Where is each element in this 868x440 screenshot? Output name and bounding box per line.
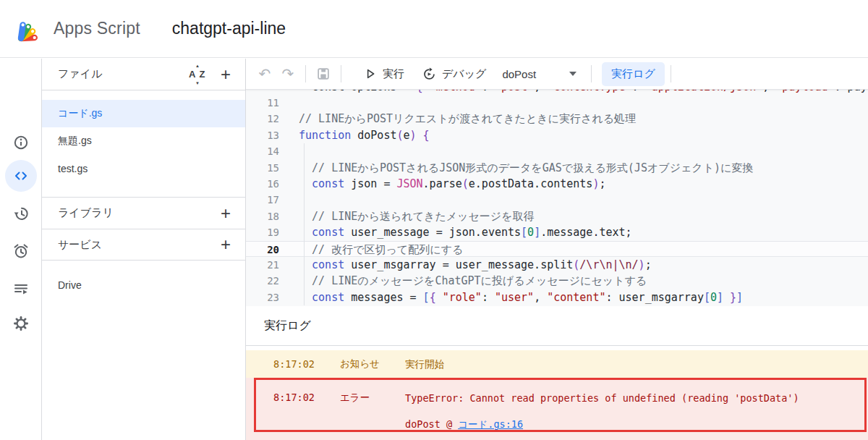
services-label: サービス [58,238,102,252]
history-icon [12,205,30,222]
apps-script-editor-window: Apps Script chatgpt-api-line [0,0,868,440]
code-token: , [762,90,775,93]
line-number: 18 [246,208,279,224]
sort-files-icon[interactable]: AZ▲▼ [189,68,208,81]
code-token: ] [534,226,540,239]
code-line-19[interactable]: 19 const user_message = json.events[0].m… [246,224,868,240]
toolbar-divider [305,65,306,82]
code-line-12[interactable]: 12// LINEからPOSTリクエストが渡されてきたときに実行される処理 [246,111,868,127]
code-token: // LINEから送られてきたメッセージを取得 [299,210,535,223]
line-number [246,90,279,95]
sidebar-item-editor[interactable] [5,160,37,192]
sidebar-item-triggers[interactable] [5,235,37,267]
undo-button[interactable]: ↶ [253,62,276,85]
code-token: "role" [443,291,482,304]
line-number: 17 [246,192,279,208]
line-content: const messages = [{ "role": "user", "con… [279,289,743,305]
line-number: 22 [246,273,279,289]
error-location-link[interactable]: コード.gs:16 [458,418,523,430]
sidebar-item-settings[interactable] [5,308,37,339]
line-number: 13 [246,127,279,143]
line-number: 16 [246,176,279,192]
debug-icon [422,67,437,82]
line-number: 14 [246,143,279,159]
file-item-2[interactable]: test.gs [42,155,245,182]
log-row-notice: 8:17:02お知らせ実行開始 [246,350,868,378]
service-item-drive[interactable]: Drive [42,271,245,299]
code-token: e.postData.contents [469,177,593,190]
code-token: , [534,90,547,93]
debug-button[interactable]: デバッグ [416,62,492,86]
execution-log-panel: 実行ログ 8:17:02お知らせ実行開始8:17:02エラーTypeError:… [246,306,868,440]
file-item-0[interactable]: コード.gs [42,100,245,127]
code-line-18[interactable]: 18 // LINEから送られてきたメッセージを取得 [246,208,868,224]
code-line-17[interactable]: 17 [246,192,868,208]
add-library-button[interactable]: + [219,206,232,221]
code-token: user_msgarray = user_message.split [344,258,573,271]
code-token: ] [717,291,723,304]
code-token: [ [704,291,710,304]
code-token: const [299,226,344,239]
code-token: "application/json" [645,90,763,93]
code-line-11[interactable]: 11 [246,95,868,111]
redo-button[interactable]: ↷ [276,62,299,85]
run-button[interactable]: 実行 [357,62,410,85]
code-token: /\r\n|\n/ [579,258,638,271]
code-line-20[interactable]: 20 // 改行で区切って配列にする [246,241,868,257]
top-header: Apps Script chatgpt-api-line [0,0,868,58]
code-line-16[interactable]: 16 const json = JSON.parse(e.postData.co… [246,176,868,192]
toolbar-divider [591,65,592,82]
code-token: : [632,90,645,93]
sidebar-item-overview[interactable] [5,127,37,158]
sidebar-item-project-history[interactable] [5,198,37,229]
code-token: const [299,258,344,271]
code-token: ; [645,258,652,271]
line-number: 20 [246,242,279,256]
line-content: const json = JSON.parse(e.postData.conte… [279,176,605,192]
save-icon [315,66,331,82]
code-token: "post" [495,90,534,93]
save-button[interactable] [312,62,335,85]
code-token: ( [396,129,403,142]
code-token: user_message = json.events [344,226,521,239]
files-section-header: ファイル AZ▲▼ + [42,59,245,90]
code-token: 0 [527,226,534,239]
line-content: // LINEから送られてきたメッセージを取得 [279,208,535,224]
code-line-clipped[interactable]: const options = { "method": "post", "con… [246,90,868,95]
code-token [723,291,730,304]
execution-log-button[interactable]: 実行ログ [602,62,665,86]
file-item-1[interactable]: 無題.gs [42,127,245,155]
log-message-text: TypeError: Cannot read properties of und… [405,392,799,404]
code-line-23[interactable]: 23 const messages = [{ "role": "user", "… [246,289,868,305]
log-message-text: doPost @ [405,418,458,430]
toolbar-divider [671,65,671,82]
sidebar-item-executions[interactable] [5,273,37,305]
add-service-button[interactable]: + [219,237,232,252]
alarm-clock-icon [12,242,30,260]
code-token: doPost [351,129,396,142]
libraries-section-header: ライブラリ + [42,197,245,229]
project-title[interactable]: chatgpt-api-line [172,19,286,38]
add-file-button[interactable]: + [219,67,232,82]
code-editor[interactable]: const options = { "method": "post", "con… [246,90,868,306]
code-line-14[interactable]: 14 [246,143,868,159]
line-content: // 改行で区切って配列にする [279,242,463,256]
line-content [279,95,299,111]
code-token: // LINEからPOSTリクエストが渡されてきたときに実行される処理 [299,112,636,125]
code-token: { [417,90,423,93]
code-line-15[interactable]: 15 // LINEからPOSTされるJSON形式のデータをGASで扱える形式(… [246,160,868,176]
log-type-label: お知らせ [340,358,405,371]
code-line-22[interactable]: 22 // LINEのメッセージをChatGPTに投げるメッセージにセットする [246,273,868,289]
function-selector[interactable]: doPost [502,68,576,80]
app-name[interactable]: Apps Script [54,19,140,38]
line-content: // LINEからPOSTリクエストが渡されてきたときに実行される処理 [279,111,636,127]
code-line-21[interactable]: 21 const user_msgarray = user_message.sp… [246,257,868,273]
code-line-13[interactable]: 13function doPost(e) { [246,127,868,143]
code-token [417,129,423,142]
line-number: 15 [246,160,279,176]
line-content [279,143,299,159]
log-message-line: doPost @ コード.gs:16 [405,418,799,431]
code-token: : [482,291,495,304]
code-token: : payload [835,90,868,93]
code-token: ) [410,129,417,142]
